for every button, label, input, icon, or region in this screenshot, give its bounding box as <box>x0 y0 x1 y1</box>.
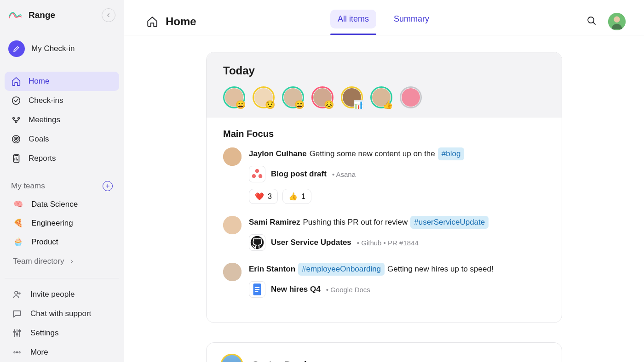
mood-badge-icon: 👍 <box>383 101 393 109</box>
chat-support-button[interactable]: Chat with support <box>6 304 117 323</box>
hashtag[interactable]: #employeeOnboarding <box>298 263 385 276</box>
check-circle-icon <box>11 96 21 106</box>
attachment-meta: • Google Docs <box>326 286 370 294</box>
reaction-button[interactable]: ❤️3 <box>249 189 278 204</box>
today-title: Today <box>223 64 545 77</box>
my-checkin-button[interactable]: My Check-in <box>5 34 119 63</box>
today-person-avatar[interactable]: 👍 <box>370 86 392 108</box>
today-person-avatar[interactable]: 📊 <box>341 86 363 108</box>
cupcake-icon: 🧁 <box>13 237 23 247</box>
gdoc-icon <box>249 281 265 298</box>
attachment-title: Blog post draft <box>271 170 327 179</box>
attachment-title: New hires Q4 <box>271 285 321 294</box>
reaction-emoji-icon: ❤️ <box>255 192 264 201</box>
nav-checkins-label: Check-ins <box>29 96 63 105</box>
reaction-button[interactable]: 👍1 <box>282 189 311 204</box>
today-card: Today 😀😟😄😣📊👍 Main Focus Jaylon CulhaneGe… <box>206 52 562 323</box>
attachment[interactable]: New hires Q4• Google Docs <box>249 281 545 298</box>
svg-point-18 <box>255 169 259 173</box>
svg-point-13 <box>17 352 18 353</box>
more-icon <box>12 347 22 357</box>
github-icon <box>249 234 265 251</box>
my-checkin-label: My Check-in <box>31 44 75 53</box>
settings-label: Settings <box>30 328 58 338</box>
reaction-count: 1 <box>301 192 305 201</box>
chevron-right-icon <box>69 258 75 265</box>
team-label: Engineering <box>31 219 73 228</box>
collapse-sidebar-button[interactable] <box>102 8 115 22</box>
nav-home-label: Home <box>29 77 49 86</box>
today-person-avatar[interactable]: 😟 <box>253 86 275 108</box>
focus-author[interactable]: Erin Stanton <box>249 264 295 275</box>
mood-badge-icon: 😀 <box>236 101 246 109</box>
focus-text: Getting some new content up on the <box>310 148 435 159</box>
brand-name: Range <box>29 10 55 20</box>
more-button[interactable]: More <box>6 343 117 362</box>
avatar[interactable] <box>223 263 242 281</box>
reaction-emoji-icon: 👍 <box>288 192 298 201</box>
team-directory-label: Team directory <box>13 257 64 266</box>
brand: Range <box>8 10 55 21</box>
focus-text: Getting new hires up to speed! <box>387 264 494 275</box>
avatar-carter[interactable]: 📊 <box>220 354 243 362</box>
attachment[interactable]: User Service Updates• Github • PR #1844 <box>249 234 545 251</box>
svg-point-8 <box>15 291 17 294</box>
svg-point-20 <box>259 174 263 178</box>
sliders-icon <box>12 328 22 338</box>
avatar-face <box>402 88 420 107</box>
nav-home[interactable]: Home <box>5 72 119 91</box>
nav-reports[interactable]: Reports <box>5 149 119 168</box>
user-avatar[interactable] <box>608 13 626 30</box>
today-person-avatar[interactable]: 😀 <box>223 86 245 108</box>
today-person-avatar[interactable] <box>400 86 422 108</box>
avatar[interactable] <box>223 147 242 166</box>
tab-all-items[interactable]: All items <box>330 10 376 28</box>
focus-author[interactable]: Sami Ramirez <box>249 217 300 228</box>
pizza-icon: 🍕 <box>13 218 23 228</box>
mood-badge-icon: 😟 <box>265 101 275 109</box>
add-team-button[interactable] <box>103 181 113 191</box>
chat-label: Chat with support <box>30 309 91 318</box>
focus-text: Pushing this PR out for review <box>303 217 408 228</box>
target-icon <box>11 134 21 144</box>
mood-badge-icon: 😣 <box>324 101 334 109</box>
brain-icon: 🧠 <box>13 199 23 209</box>
nav-reports-label: Reports <box>29 154 56 163</box>
svg-point-14 <box>19 352 20 353</box>
team-directory-link[interactable]: Team directory <box>7 251 116 272</box>
today-person-avatar[interactable]: 😄 <box>282 86 304 108</box>
team-product[interactable]: 🧁 Product <box>7 232 116 251</box>
nav-goals-label: Goals <box>29 135 49 144</box>
svg-point-12 <box>14 352 15 353</box>
svg-point-0 <box>12 97 20 105</box>
nav-goals[interactable]: Goals <box>5 130 119 149</box>
hashtag[interactable]: #blog <box>438 147 465 160</box>
avatar[interactable] <box>223 216 242 234</box>
team-data-science[interactable]: 🧠 Data Science <box>7 195 116 214</box>
focus-author[interactable]: Jaylon Culhane <box>249 148 307 159</box>
team-label: Data Science <box>31 200 78 209</box>
attachment-title: User Service Updates <box>271 238 351 247</box>
nav-meetings[interactable]: Meetings <box>5 110 119 130</box>
brand-logo-icon <box>8 10 22 21</box>
attachment[interactable]: Blog post draft• Asana <box>249 166 545 182</box>
search-button[interactable] <box>586 15 597 28</box>
search-icon <box>586 15 597 26</box>
nav-checkins[interactable]: Check-ins <box>5 91 119 110</box>
carter-card: 📊 Carter Donin <box>206 342 562 362</box>
hashtag[interactable]: #userServiceUpdate <box>410 216 489 229</box>
team-engineering[interactable]: 🍕 Engineering <box>7 214 116 232</box>
meetings-icon <box>11 115 21 125</box>
today-person-avatar[interactable]: 😣 <box>311 86 334 108</box>
focus-item: Jaylon CulhaneGetting some new content u… <box>223 147 545 204</box>
focus-item: Erin Stanton#employeeOnboardingGetting n… <box>223 263 545 298</box>
svg-point-19 <box>252 174 256 178</box>
carter-name: Carter Donin <box>252 359 313 362</box>
tab-summary[interactable]: Summary <box>386 10 437 35</box>
invite-people-button[interactable]: Invite people <box>6 285 117 304</box>
chat-icon <box>12 309 22 319</box>
sidebar: Range My Check-in Home C <box>0 0 124 362</box>
settings-button[interactable]: Settings <box>6 323 117 343</box>
attachment-meta: • Github • PR #1844 <box>357 239 419 247</box>
invite-label: Invite people <box>30 290 75 299</box>
